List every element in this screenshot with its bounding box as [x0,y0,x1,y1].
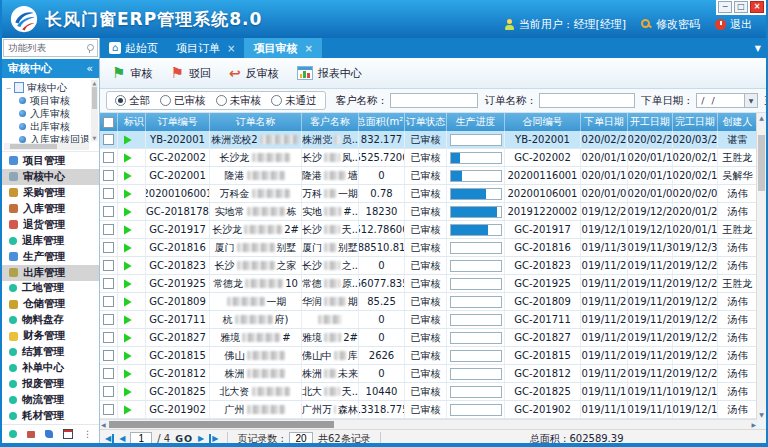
column-header-客户名称[interactable]: 客户名称 [302,113,359,131]
tree-item[interactable]: 出库审核 [6,120,89,133]
sidebar-item-结算管理[interactable]: 结算管理 [2,344,99,360]
table-row[interactable]: ▶GC-201825北大资北大天..10440已审核GC-2018252019/… [100,383,757,401]
grid-vertical-scrollbar[interactable]: ▲ ▼ [756,113,766,419]
tree-vertical-scrollbar[interactable]: ▲ ▼ [91,80,98,141]
sidebar-item-报废管理[interactable]: 报废管理 [2,376,99,392]
next-page-button[interactable]: ▶ [198,434,204,444]
scroll-thumb[interactable] [10,144,57,149]
table-row[interactable]: ▶GC-202002长沙龙长沙凤..65525.7200..已审核GC-2020… [100,149,757,167]
scroll-down-icon[interactable]: ▼ [91,135,98,141]
sidebar-item-财务管理[interactable]: 财务管理 [2,328,99,344]
table-row[interactable]: ▶GC-201711杭府)0已审核GC-2017112019/11/202019… [100,311,757,329]
tree-root-node[interactable]: – 审核中心 [6,81,89,94]
table-row[interactable]: ▶GC-201823长沙之家长沙之..0已审核GC-2018232019/11/… [100,257,757,275]
dot-icon[interactable] [9,430,17,438]
tab-起始页[interactable]: ⌂起始页 [100,38,167,58]
table-row[interactable]: ▶GC-202001隆港隆港墙0已审核202001160012020/01/16… [100,167,757,185]
sidebar-item-生产管理[interactable]: 生产管理 [2,249,99,265]
radio-icon[interactable] [271,95,282,106]
cart-icon[interactable] [27,431,35,438]
审核-button[interactable]: ⚑审核 [112,66,152,81]
book-icon[interactable] [63,429,73,439]
radio-已审核[interactable]: 已审核 [160,94,206,108]
tree-item[interactable]: 项目审核 [6,94,89,107]
column-header-生产进度[interactable]: 生产进度 [447,113,505,131]
column-header-订单编号[interactable]: 订单编号 [146,113,210,131]
prev-page-button[interactable]: ◀ [119,434,125,444]
column-header-选择[interactable] [100,113,118,131]
table-row[interactable]: ▶GC-2018178实地常栋实地#..18230已审核201912200022… [100,203,757,221]
table-row[interactable]: ▶YB-202001株洲党校2株洲党员..832.177已审核YB-202001… [100,131,757,149]
sidebar-item-审核中心[interactable]: 审核中心 [2,169,99,185]
column-header-创建人[interactable]: 创建人 [718,113,757,131]
row-checkbox[interactable] [103,314,114,325]
row-checkbox[interactable] [103,332,114,343]
column-header-订单名称[interactable]: 订单名称 [210,113,302,131]
maximize-button[interactable]: □ [734,1,748,13]
column-header-合同编号[interactable]: 合同编号 [505,113,581,131]
tab-项目订单[interactable]: 项目订单× [167,38,244,58]
grid-horizontal-scrollbar[interactable]: ◀ ▶ [100,419,757,429]
radio-全部[interactable]: 全部 [115,94,150,108]
反审核-button[interactable]: ↩反审核 [229,66,279,81]
order-name-input[interactable] [539,93,635,108]
column-header-开工日期[interactable]: 开工日期 [628,113,673,131]
sidebar-item-补单中心[interactable]: 补单中心 [2,360,99,376]
sidebar-item-耗材管理[interactable]: 耗材管理 [2,408,99,424]
驳回-button[interactable]: ⚑驳回 [170,66,210,81]
row-checkbox[interactable] [103,206,114,217]
more-icon[interactable]: ⋮ [83,430,92,438]
scroll-left-icon[interactable]: ◀ [101,420,106,429]
pin-icon[interactable] [86,44,93,53]
tab-close-icon[interactable]: × [227,43,235,54]
row-checkbox[interactable] [103,260,114,271]
column-header-完工日期[interactable]: 完工日期 [673,113,718,131]
tab-项目审核[interactable]: 项目审核× [244,38,321,58]
table-row[interactable]: ▶GC-201917长沙龙2#长沙天..8512.78600..已审核GC-20… [100,221,757,239]
row-checkbox[interactable] [103,152,114,163]
order-date-input[interactable]: / / ▼ [696,93,758,108]
radio-icon[interactable] [160,95,171,106]
scroll-thumb[interactable] [109,421,334,428]
sidebar-item-出库管理[interactable]: 出库管理 [2,265,99,281]
row-checkbox[interactable] [103,224,114,235]
row-checkbox[interactable] [103,368,114,379]
scroll-down-icon[interactable]: ▼ [757,411,766,418]
tab-overflow-icon[interactable]: ▼ [755,38,761,58]
scroll-thumb[interactable] [758,135,765,191]
calendar-dropdown-icon[interactable]: ▼ [744,94,757,107]
column-header-订单状态[interactable]: 订单状态 [405,113,447,131]
tree-horizontal-scrollbar[interactable] [4,143,89,150]
table-row[interactable]: ▶GC-201925常德龙10常德原..266077.835..已审核GC-20… [100,275,757,293]
row-checkbox[interactable] [103,296,114,307]
sidebar-item-退货管理[interactable]: 退货管理 [2,217,99,233]
logout-button[interactable]: 退出 [715,17,752,32]
sidebar-item-项目管理[interactable]: 项目管理 [2,153,99,169]
table-row[interactable]: ▶GC-201827雅境#雅境2#0已审核GC-2018272019/11/20… [100,329,757,347]
last-page-button[interactable]: ▶ [209,434,218,444]
radio-未通过[interactable]: 未通过 [271,94,317,108]
row-checkbox[interactable] [103,188,114,199]
scroll-up-icon[interactable]: ▲ [757,114,766,121]
table-row[interactable]: ▶GC-201816厦门别墅厦门别墅188510.818已审核GC-201816… [100,239,757,257]
row-checkbox[interactable] [103,386,114,397]
scroll-thumb[interactable] [92,87,97,109]
sidebar-item-物流管理[interactable]: 物流管理 [2,392,99,408]
radio-icon[interactable] [216,95,227,106]
minimize-button[interactable]: − [718,1,732,13]
row-checkbox[interactable] [103,134,114,145]
pen-icon[interactable] [45,430,53,438]
scroll-right-icon[interactable]: ▶ [751,420,756,429]
function-list-box[interactable]: 功能列表 [3,39,98,57]
sidebar-item-仓储管理[interactable]: 仓储管理 [2,296,99,312]
sidebar-item-退库管理[interactable]: 退库管理 [2,233,99,249]
radio-icon[interactable] [115,95,126,106]
collapse-icon[interactable]: « [86,62,93,75]
sidebar-item-物料盘存[interactable]: 物料盘存 [2,312,99,328]
sidebar-item-入库管理[interactable]: 入库管理 [2,201,99,217]
tree-item[interactable]: 入库审核 [6,107,89,120]
tab-close-icon[interactable]: × [304,43,312,54]
table-row[interactable]: ▶GC-201812株洲株洲未来0已审核GC-2018122019/11/202… [100,365,757,383]
table-row[interactable]: ▶GC-201809一期华润期85.25已审核GC-2018092019/11/… [100,293,757,311]
row-checkbox[interactable] [103,242,114,253]
